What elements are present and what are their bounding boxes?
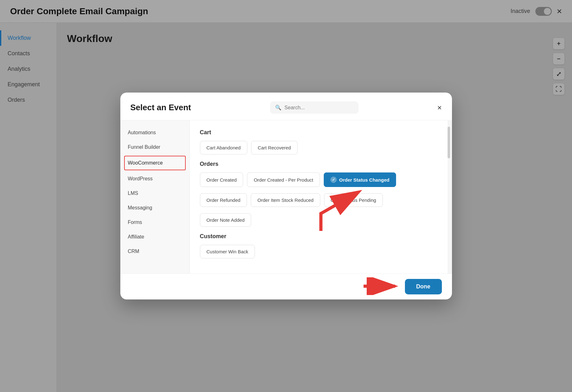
orders-section-title: Orders (200, 161, 437, 167)
nav-item-forms[interactable]: Forms (120, 215, 190, 230)
annotation-arrow-2 (360, 277, 401, 295)
check-icon: ✓ (330, 177, 337, 183)
cart-buttons: Cart Abandoned Cart Recovered (200, 141, 437, 154)
customer-win-back-button[interactable]: Customer Win Back (200, 245, 255, 258)
nav-item-messaging[interactable]: Messaging (120, 201, 190, 215)
modal-header: Select an Event 🔍 × (120, 93, 452, 120)
order-refunded-button[interactable]: Order Refunded (200, 193, 247, 207)
modal-footer: Done (120, 274, 452, 299)
modal-title: Select an Event (130, 103, 191, 112)
order-item-stock-reduced-button[interactable]: Order Item Stock Reduced (251, 193, 320, 207)
modal-close-button[interactable]: × (437, 104, 442, 112)
event-nav: Automations Funnel Builder WooCommerce W… (120, 120, 190, 274)
nav-item-woocommerce[interactable]: WooCommerce (124, 156, 186, 170)
nav-item-funnel-builder[interactable]: Funnel Builder (120, 140, 190, 154)
cart-recovered-button[interactable]: Cart Recovered (251, 141, 298, 154)
search-icon: 🔍 (275, 105, 281, 111)
select-event-modal: Select an Event 🔍 × Automations Funnel B… (120, 93, 452, 299)
scrollbar-track (448, 120, 452, 274)
nav-item-affiliate[interactable]: Affiliate (120, 230, 190, 244)
nav-item-wordpress[interactable]: WordPress (120, 172, 190, 186)
order-status-pending-button[interactable]: Order Status Pending (324, 193, 383, 207)
order-status-changed-button[interactable]: ✓ Order Status Changed (324, 172, 396, 187)
nav-item-lms[interactable]: LMS (120, 186, 190, 201)
customer-buttons: Customer Win Back (200, 245, 437, 258)
scrollbar-thumb[interactable] (448, 127, 450, 158)
order-created-button[interactable]: Order Created (200, 172, 244, 187)
cart-section-title: Cart (200, 129, 437, 136)
cart-abandoned-button[interactable]: Cart Abandoned (200, 141, 247, 154)
orders-buttons-row1: Order Created Order Created - Per Produc… (200, 172, 437, 187)
search-input[interactable] (285, 105, 348, 111)
modal-overlay: Select an Event 🔍 × Automations Funnel B… (0, 0, 572, 392)
search-bar: 🔍 (270, 101, 358, 114)
order-note-added-button[interactable]: Order Note Added (200, 213, 251, 227)
nav-item-automations[interactable]: Automations (120, 125, 190, 140)
order-created-per-product-button[interactable]: Order Created - Per Product (247, 172, 320, 187)
modal-body: Automations Funnel Builder WooCommerce W… (120, 120, 452, 274)
orders-buttons-row3: Order Note Added (200, 213, 437, 227)
nav-item-crm[interactable]: CRM (120, 244, 190, 259)
event-content: Cart Cart Abandoned Cart Recovered Order… (190, 120, 448, 274)
customer-section-title: Customer (200, 233, 437, 240)
orders-buttons-row2: Order Refunded Order Item Stock Reduced … (200, 193, 437, 207)
done-button[interactable]: Done (405, 279, 442, 294)
